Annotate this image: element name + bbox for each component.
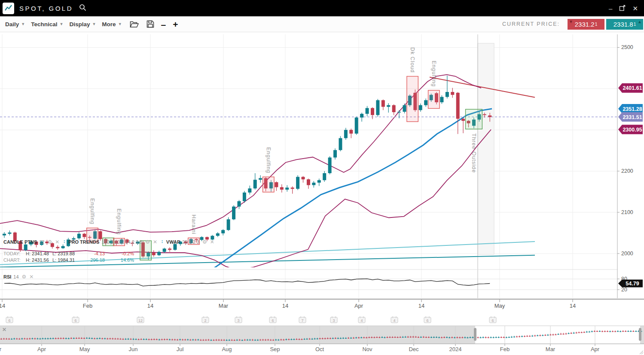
candle-body xyxy=(419,105,422,110)
close-icon[interactable]: ✕ xyxy=(210,239,214,245)
calendar-event-icon[interactable]: 12 xyxy=(137,316,144,323)
price-badge-label: 2351.28 xyxy=(623,106,642,112)
popout-icon[interactable] xyxy=(619,5,626,12)
title-bar: SPOT, GOLD – ✕ xyxy=(0,0,644,16)
candle-body xyxy=(339,138,342,150)
navigator-close-icon[interactable]: ✕ xyxy=(2,327,6,333)
pattern-label: Dk Cloud xyxy=(409,47,415,73)
close-icon[interactable]: ✕ xyxy=(55,239,59,245)
candle-body xyxy=(328,157,332,173)
candle-body xyxy=(440,97,443,102)
close-button[interactable]: ✕ xyxy=(632,5,638,12)
candle-body xyxy=(424,100,427,105)
gear-icon[interactable]: ⚙ xyxy=(202,239,207,245)
gear-icon[interactable]: ⚙ xyxy=(47,239,52,245)
calendar-event-icon[interactable]: 6 xyxy=(6,316,13,323)
candle-body xyxy=(77,234,81,239)
zoom-out-button[interactable]: – xyxy=(161,20,166,29)
candle-body xyxy=(216,233,220,236)
calendar-day-count: 6 xyxy=(74,318,76,323)
indicator-candle-ptns: CANDLE PTNS xyxy=(3,239,37,245)
moving-average-line xyxy=(195,109,492,276)
navigator-month-label: Apr xyxy=(37,346,46,352)
calendar-event-icon[interactable]: 4 xyxy=(391,316,398,323)
pattern-box-dk-cloud xyxy=(407,77,418,122)
navigator-month-label: 2024 xyxy=(449,346,462,352)
candle-body xyxy=(56,247,59,248)
candle-body xyxy=(483,114,486,115)
calendar-day-count: 6 xyxy=(272,318,274,323)
rsi-line xyxy=(4,279,490,286)
menu-daily[interactable]: Daily▼ xyxy=(5,21,25,28)
candle-body xyxy=(323,173,326,180)
trading-app-window: EngulfingEngulfingHaramiEngulfingDk Clou… xyxy=(0,0,644,355)
calendar-event-icon[interactable]: 2 xyxy=(202,316,209,323)
navigator-handle[interactable] xyxy=(639,328,641,341)
calendar-event-icon[interactable]: 3 xyxy=(235,316,242,323)
date-tick-label: Apr xyxy=(354,303,363,309)
calendar-day-count: 6 xyxy=(426,318,428,323)
calendar-event-icon[interactable]: 6 xyxy=(424,316,431,323)
calendar-event-icon[interactable]: 3 xyxy=(330,316,337,323)
calendar-event-icon[interactable]: 7 xyxy=(299,316,306,323)
candle-body xyxy=(82,234,86,237)
candle-body xyxy=(317,180,321,183)
navigator-month-label: Jul xyxy=(177,346,184,352)
calendar-event-icon[interactable]: 6 xyxy=(72,316,79,323)
calendar-event-icon[interactable]: 4 xyxy=(358,316,365,323)
candle-body xyxy=(24,245,27,250)
candle-body xyxy=(461,119,465,121)
menu-more[interactable]: More▼ xyxy=(102,21,122,28)
navigator-handle[interactable] xyxy=(474,328,476,341)
navigator-month-label: Oct xyxy=(315,346,324,352)
date-tick-label: Feb xyxy=(83,303,92,309)
search-icon[interactable] xyxy=(79,4,86,13)
resize-grip[interactable] xyxy=(640,351,643,354)
pattern-label: Harami xyxy=(191,214,197,234)
open-folder-icon[interactable] xyxy=(130,21,139,28)
price-badge-label: 2401.61 xyxy=(623,85,642,91)
save-icon[interactable] xyxy=(147,20,154,28)
minimize-button[interactable]: – xyxy=(609,5,612,12)
candle-body xyxy=(397,112,401,113)
navigator-selection[interactable] xyxy=(475,326,640,344)
indicator-pro-trends: PRO TRENDS xyxy=(68,239,99,245)
menu-display[interactable]: Display▼ xyxy=(69,21,96,28)
navigator-month-label: Jun xyxy=(129,346,138,352)
zoom-in-button[interactable]: + xyxy=(173,20,178,29)
price-tick-label: 2500 xyxy=(621,44,633,50)
resize-grip[interactable] xyxy=(641,352,643,354)
candle-body xyxy=(163,248,166,252)
date-tick-label: Mar xyxy=(219,303,229,309)
toolbar: Daily▼ Technical▼ Display▼ More▼ – + xyxy=(0,16,644,32)
chart-canvas: EngulfingEngulfingHaramiEngulfingDk Clou… xyxy=(0,0,644,355)
bid-price-badge: ▼ 2331.21 xyxy=(568,19,604,30)
date-tick-label: 14 xyxy=(282,303,288,309)
chevron-down-icon: ▼ xyxy=(59,22,63,26)
date-tick-label: 14 xyxy=(418,303,424,309)
gear-icon[interactable]: ⚙ xyxy=(145,239,150,245)
candle-body xyxy=(168,248,171,250)
menu-technical[interactable]: Technical▼ xyxy=(31,21,63,28)
gear-icon[interactable]: ⚙ xyxy=(22,274,27,279)
close-icon[interactable]: ✕ xyxy=(153,239,157,245)
close-icon[interactable]: ✕ xyxy=(29,274,34,279)
calendar-event-icon[interactable]: 6 xyxy=(269,316,276,323)
navigator-month-label: Aug xyxy=(222,346,232,352)
candle-body xyxy=(382,100,385,107)
calendar-day-count: 4 xyxy=(393,318,395,323)
pattern-box-three-outside xyxy=(466,109,482,129)
arrow-up-icon: ▲ xyxy=(638,19,642,24)
candle-body xyxy=(451,92,454,95)
page-title: SPOT, GOLD xyxy=(19,5,73,12)
rsi-tick-label: 20 xyxy=(621,287,627,293)
navigator-month-label: May xyxy=(79,346,90,352)
candle-body xyxy=(392,105,396,112)
candle-body xyxy=(488,116,491,117)
calendar-event-icon[interactable]: 6 xyxy=(489,316,496,323)
candle-body xyxy=(302,177,305,180)
candle-body xyxy=(296,177,299,189)
candle-body xyxy=(61,246,65,248)
pattern-box-engulfing xyxy=(263,177,274,192)
candle-body xyxy=(355,117,358,133)
